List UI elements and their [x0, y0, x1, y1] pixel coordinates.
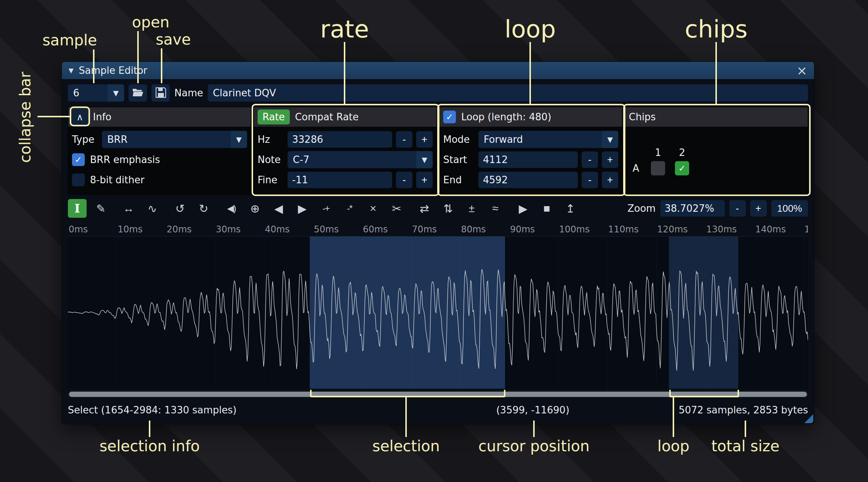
toolbar-stop-button[interactable]: ■: [537, 199, 556, 218]
annotation-collapse-bar: collapse bar: [16, 72, 34, 163]
hz-decrement-button[interactable]: -: [396, 131, 412, 148]
property-panels: ∧ Info Type BRR ▼ ✓ BRR: [68, 107, 808, 195]
sample-name-input[interactable]: Clarinet DQV: [208, 84, 808, 102]
type-label: Type: [72, 134, 98, 145]
toolbar-redo-button[interactable]: ↻: [194, 199, 213, 218]
tab-rate[interactable]: Rate: [258, 109, 290, 124]
toolbar-insert-silence-button[interactable]: -+: [316, 199, 335, 218]
ruler-tick-label: 140ms: [755, 224, 786, 235]
info-panel: ∧ Info Type BRR ▼ ✓ BRR: [68, 107, 251, 195]
check-icon: ✓: [678, 163, 685, 173]
toolbar-invert-button[interactable]: ⇅: [439, 199, 457, 218]
window-title: Sample Editor: [79, 65, 147, 76]
zoom-out-button[interactable]: -: [729, 200, 746, 217]
toolbar-undo-button[interactable]: ↺: [171, 199, 189, 218]
loop-panel-header: ✓ Loop (length: 480): [439, 107, 622, 127]
fine-label: Fine: [258, 174, 284, 186]
loop-start-input[interactable]: 4112: [478, 151, 578, 168]
waveform-view[interactable]: [68, 237, 808, 389]
loop-end-label: End: [443, 174, 475, 186]
ruler-tick-label: 60ms: [363, 224, 388, 235]
annotation-selection-info: selection info: [99, 437, 200, 455]
cursor-position-text: (3599, -11690): [496, 404, 569, 416]
annotation-chips: chips: [685, 15, 748, 43]
loop-end-input[interactable]: 4592: [478, 172, 578, 188]
ruler-tick-label: 70ms: [412, 224, 437, 235]
zoom-input[interactable]: 38.7027%: [660, 200, 725, 217]
toolbar-sign-button[interactable]: ±: [462, 199, 481, 218]
zoom-in-button[interactable]: +: [750, 200, 767, 217]
chip-2-checkbox[interactable]: ✓: [675, 161, 689, 175]
check-icon: ✓: [446, 112, 453, 122]
loop-start-increment-button[interactable]: +: [602, 151, 618, 168]
ruler-tick-label: 80ms: [461, 224, 486, 235]
tab-compat-rate[interactable]: Compat Rate: [295, 111, 359, 123]
loop-end-increment-button[interactable]: +: [602, 172, 618, 188]
brr-emphasis-checkbox[interactable]: ✓: [72, 153, 85, 166]
dither-checkbox[interactable]: [72, 174, 85, 186]
toolbar-draw-mode-button[interactable]: ✎: [91, 199, 110, 218]
loop-mode-dropdown[interactable]: Forward ▼: [478, 131, 618, 148]
toolbar-edit-mode-button[interactable]: I: [68, 199, 87, 218]
loop-start-decrement-button[interactable]: -: [582, 151, 598, 168]
window-collapse-icon[interactable]: ▼: [69, 67, 73, 74]
toolbar-trim-button[interactable]: ✂: [387, 199, 406, 218]
ruler-tick-label: 0ms: [69, 224, 88, 235]
chevron-down-icon[interactable]: ▼: [416, 151, 433, 168]
total-size-text: 5072 samples, 2853 bytes: [679, 404, 808, 416]
loop-panel: ✓ Loop (length: 480) Mode Forward ▼ S: [439, 107, 622, 195]
note-dropdown[interactable]: C-7 ▼: [288, 151, 433, 168]
selection-info-text: Select (1654-2984: 1330 samples): [68, 404, 237, 416]
toolbar-reverse-button[interactable]: ⇄: [415, 199, 434, 218]
toolbar-fade-out-button[interactable]: ▶: [293, 199, 312, 218]
loop-end-decrement-button[interactable]: -: [582, 172, 598, 188]
toolbar-resize-button[interactable]: ↔: [119, 199, 138, 218]
hz-increment-button[interactable]: +: [416, 131, 433, 148]
fine-decrement-button[interactable]: -: [396, 172, 412, 188]
mode-label: Mode: [443, 134, 475, 145]
ruler-tick-label: 10ms: [118, 224, 142, 235]
sample-type-value: BRR: [102, 131, 231, 148]
open-button[interactable]: [129, 84, 147, 102]
toolbar-apply-silence-button[interactable]: -*: [340, 199, 359, 218]
chip-1-checkbox[interactable]: [651, 161, 665, 175]
fine-input[interactable]: -11: [288, 172, 392, 188]
chevron-down-icon[interactable]: ▼: [108, 84, 124, 102]
check-icon: ✓: [75, 155, 82, 165]
toolbar-play-button[interactable]: ▶: [514, 199, 532, 218]
window-titlebar[interactable]: ▼ Sample Editor ×: [62, 62, 814, 79]
loop-panel-title: Loop (length: 480): [461, 111, 551, 123]
toolbar-fade-in-button[interactable]: ◀: [269, 199, 288, 218]
window-resize-grip[interactable]: [804, 414, 813, 423]
waveform-scrollbar[interactable]: [68, 391, 808, 398]
sample-type-dropdown[interactable]: BRR ▼: [102, 131, 247, 148]
toolbar-filter-button[interactable]: ≈: [486, 199, 505, 218]
save-button[interactable]: [151, 84, 170, 102]
zoom-reset-button[interactable]: 100%: [771, 200, 808, 217]
toolbar-delete-button[interactable]: ×: [364, 199, 382, 218]
scrollbar-thumb[interactable]: [69, 392, 807, 397]
ruler-tick-label: 100ms: [559, 224, 590, 235]
sample-index-dropdown[interactable]: 6 ▼: [68, 84, 124, 102]
toolbar-amplify-button[interactable]: ◀): [222, 199, 241, 218]
loop-enable-checkbox[interactable]: ✓: [443, 111, 456, 123]
fine-increment-button[interactable]: +: [416, 172, 433, 188]
chevron-down-icon[interactable]: ▼: [231, 131, 247, 148]
hz-input[interactable]: 33286: [288, 131, 392, 148]
sample-select-row: 6 ▼ Name Clarinet DQV: [68, 84, 808, 102]
chevron-down-icon[interactable]: ▼: [602, 131, 618, 148]
annotation-loop: loop: [505, 15, 556, 43]
toolbar-resample-button[interactable]: ∿: [143, 199, 162, 218]
dither-label: 8-bit dither: [90, 174, 144, 186]
name-label: Name: [174, 87, 203, 99]
zoom-controls: Zoom 38.7027% - + 100%: [628, 200, 808, 217]
ruler-tick-label: 120ms: [657, 224, 688, 235]
toolbar-normalize-button[interactable]: ⊕: [246, 199, 264, 218]
annotation-rate: rate: [320, 15, 369, 43]
toolbar-preview-button[interactable]: ↥: [561, 199, 580, 218]
time-ruler[interactable]: 0ms10ms20ms30ms40ms50ms60ms70ms80ms90ms1…: [68, 222, 808, 237]
close-icon[interactable]: ×: [797, 64, 808, 77]
collapse-info-button[interactable]: ∧: [72, 109, 88, 125]
folder-open-icon: [132, 88, 144, 99]
rate-panel: Rate Compat Rate Hz 33286 - + Note: [253, 107, 437, 195]
